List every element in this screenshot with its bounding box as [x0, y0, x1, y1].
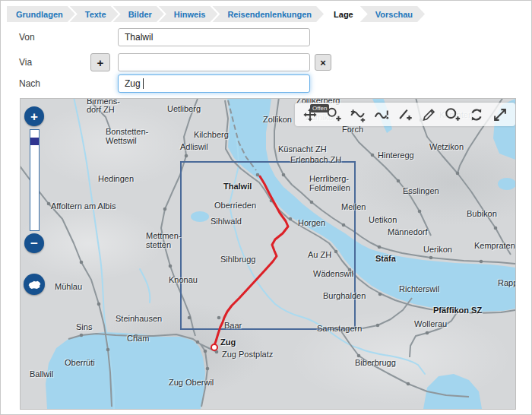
via-input[interactable] [118, 53, 310, 71]
tab-reisendenlenkungen[interactable]: Reisendenlenkungen [212, 6, 324, 22]
nach-label: Nach [19, 78, 40, 89]
zoom-in-button[interactable]: + [24, 106, 44, 126]
tab-grundlagen[interactable]: Grundlagen [7, 6, 75, 22]
fullscreen-icon[interactable] [490, 105, 510, 125]
text-caret [143, 78, 144, 89]
nach-input[interactable] [118, 74, 310, 93]
von-label: Von [19, 32, 35, 43]
tab-vorschau[interactable]: Vorschau [360, 6, 425, 22]
switzerland-icon [27, 280, 42, 290]
refresh-icon[interactable] [467, 105, 486, 125]
map-toolbar [295, 103, 515, 126]
remove-via-button[interactable]: × [315, 54, 331, 71]
add-via-button[interactable]: + [90, 53, 110, 71]
tab-bilder[interactable]: Bilder [113, 6, 164, 22]
add-line-icon[interactable] [395, 105, 415, 125]
add-point-icon[interactable] [324, 105, 344, 125]
lake-shapes [46, 99, 515, 409]
add-route-icon[interactable] [348, 105, 368, 125]
breadcrumb-tabs: GrundlagenTexteBilderHinweisReisendenlen… [7, 6, 425, 22]
map-canvas[interactable]: Birmens-dorf ZHUetlibergZollikerbergZoll… [20, 98, 516, 410]
map-graphics [21, 99, 515, 409]
edit-pencil-icon[interactable] [419, 105, 439, 125]
tab-lage[interactable]: Lage [318, 6, 366, 22]
wizard-page: GrundlagenTexteBilderHinweisReisendenlen… [0, 0, 532, 415]
von-input[interactable] [118, 28, 310, 46]
route-end-marker[interactable] [211, 344, 217, 350]
tab-hinweis[interactable]: Hinweis [159, 6, 218, 22]
zoom-slider-handle[interactable] [30, 138, 39, 145]
zoom-out-button[interactable]: − [24, 233, 44, 253]
route-alert-icon[interactable] [372, 105, 391, 125]
zoom-to-switzerland-button[interactable] [24, 274, 45, 295]
add-ellipse-icon[interactable] [443, 105, 463, 125]
via-label: Via [19, 57, 32, 68]
tab-texte[interactable]: Texte [70, 6, 119, 22]
pan-icon[interactable] [300, 105, 320, 125]
zoom-slider[interactable] [30, 129, 40, 231]
